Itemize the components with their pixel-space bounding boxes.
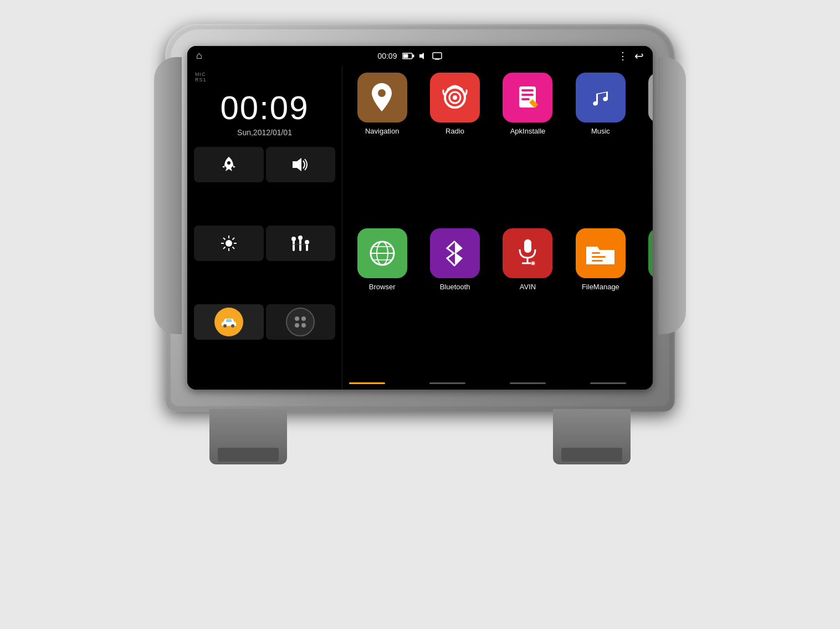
page-dot-3[interactable]: [510, 382, 546, 384]
status-bar: ⌂ 00:09: [187, 46, 653, 66]
dot-4: [301, 323, 306, 328]
mount-tab-right: [553, 409, 631, 464]
mic-labels: MIC RS1: [192, 70, 337, 84]
app-grid-panel: Navigation: [342, 66, 653, 390]
time-display: 00:09: [377, 52, 397, 60]
dot-1: [295, 316, 299, 321]
clock-date: Sun,2012/01/01: [192, 128, 337, 137]
app-radio[interactable]: Radio: [422, 73, 488, 222]
car-icon-wrapper: [214, 308, 243, 336]
avin-icon: [503, 228, 552, 278]
volume-btn-icon: [291, 157, 309, 172]
svg-rect-4: [433, 53, 442, 59]
mount-tab-left: [209, 409, 287, 464]
svg-point-28: [378, 89, 386, 97]
app-filemanager[interactable]: FileManage: [567, 228, 633, 378]
home-icon[interactable]: ⌂: [196, 50, 202, 62]
app-navigation[interactable]: Navigation: [349, 73, 415, 222]
brightness-button[interactable]: [194, 226, 264, 261]
bluetooth-label: Bluetooth: [440, 283, 470, 291]
status-left: ⌂: [196, 50, 202, 62]
main-content: MIC RS1 00:09 Sun,2012/01/01: [187, 66, 653, 390]
dot-2: [301, 316, 306, 321]
car-icon: [221, 316, 237, 328]
app-settings[interactable]: Settings: [641, 228, 653, 378]
volume-button[interactable]: [266, 147, 336, 182]
status-icons: [402, 52, 442, 60]
quick-controls: [192, 142, 337, 385]
browser-icon: [357, 228, 407, 278]
svg-rect-17: [293, 240, 295, 251]
avin-label: AVIN: [520, 283, 536, 291]
svg-line-13: [223, 238, 226, 240]
car-unit: ⌂ 00:09: [165, 24, 675, 606]
battery-icon: [402, 53, 414, 59]
svg-rect-2: [403, 54, 408, 58]
svg-line-14: [232, 247, 234, 249]
dot-3: [295, 323, 299, 328]
filemanager-icon: [576, 228, 626, 278]
screen: ⌂ 00:09: [187, 46, 653, 390]
svg-rect-34: [521, 94, 534, 96]
browser-label: Browser: [369, 283, 396, 291]
svg-rect-52: [592, 260, 603, 262]
svg-point-6: [227, 161, 231, 165]
svg-rect-1: [413, 54, 414, 57]
menu-dots[interactable]: ⋮: [618, 50, 628, 62]
svg-rect-35: [521, 98, 530, 100]
app-grid: Navigation: [349, 73, 653, 378]
svg-point-31: [453, 95, 457, 100]
app-browser[interactable]: Browser: [349, 228, 415, 378]
page-indicators: [349, 378, 653, 390]
apps-button[interactable]: [266, 304, 336, 340]
brightness-icon: [220, 234, 238, 252]
apkinstaller-label: ApkInstalle: [510, 127, 546, 135]
status-right: ⋮ ↩: [618, 49, 644, 63]
svg-point-21: [298, 236, 303, 240]
apps-icon-wrapper: [286, 308, 315, 336]
svg-rect-44: [524, 239, 531, 253]
svg-marker-3: [419, 53, 424, 59]
left-panel: MIC RS1 00:09 Sun,2012/01/01: [187, 66, 342, 390]
back-button[interactable]: ↩: [634, 49, 644, 63]
side-curve-left: [154, 57, 182, 334]
svg-point-23: [305, 240, 309, 244]
status-time: 00:09: [377, 52, 442, 60]
page-dot-2[interactable]: [429, 382, 465, 384]
screen-icon: [432, 52, 442, 60]
rocket-icon: [220, 156, 238, 173]
volume-icon: [419, 52, 428, 60]
apk-icon: [503, 73, 552, 122]
navigation-label: Navigation: [365, 127, 399, 135]
svg-rect-27: [226, 319, 232, 322]
outer-bezel: ⌂ 00:09: [165, 24, 675, 412]
clock-display: 00:09 Sun,2012/01/01: [192, 86, 337, 142]
svg-rect-51: [592, 256, 606, 258]
svg-point-26: [231, 324, 234, 328]
rs1-label: RS1: [195, 77, 334, 83]
settings-icon: [648, 228, 653, 278]
clock-time: 00:09: [192, 91, 337, 125]
page-dot-1[interactable]: [349, 382, 385, 384]
app-apkinstaller[interactable]: ApkInstalle: [495, 73, 561, 222]
video-icon: [648, 73, 653, 122]
side-curve-right: [658, 57, 686, 334]
app-music[interactable]: Music: [567, 73, 633, 222]
svg-marker-7: [293, 158, 301, 171]
svg-line-16: [223, 247, 226, 249]
rocket-button[interactable]: [194, 147, 264, 182]
page-dot-4[interactable]: [590, 382, 626, 384]
apps-dots: [295, 316, 306, 328]
mic-label: MIC: [195, 71, 334, 77]
radio-icon: [430, 73, 480, 122]
app-bluetooth[interactable]: Bluetooth: [422, 228, 488, 378]
svg-line-15: [232, 238, 234, 240]
app-video[interactable]: Video: [641, 73, 653, 222]
equalizer-icon: [291, 236, 309, 251]
bottom-mount: [165, 409, 675, 464]
equalizer-button[interactable]: [266, 226, 336, 261]
car-button[interactable]: [194, 304, 264, 340]
bluetooth-icon: [430, 228, 480, 278]
filemanager-label: FileManage: [582, 283, 619, 291]
app-avin[interactable]: AVIN: [495, 228, 561, 378]
